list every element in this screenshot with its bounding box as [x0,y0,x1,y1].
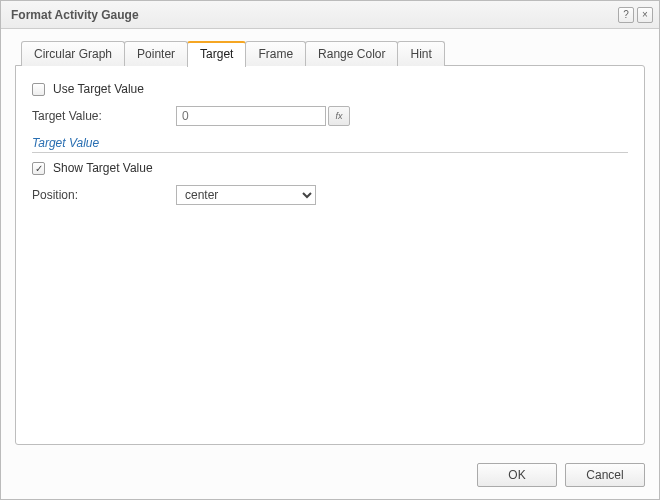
button-bar: OK Cancel [1,455,659,499]
tab-circular-graph[interactable]: Circular Graph [21,41,125,66]
tab-range-color[interactable]: Range Color [305,41,398,66]
tab-strip: Circular Graph Pointer Target Frame Rang… [15,41,645,66]
help-button[interactable]: ? [618,7,634,23]
close-button[interactable]: × [637,7,653,23]
ok-button[interactable]: OK [477,463,557,487]
target-value-input[interactable] [176,106,326,126]
show-target-row: ✓ Show Target Value [32,161,628,175]
panel-target: Use Target Value Target Value: fx Target… [15,65,645,445]
position-row: Position: center [32,185,628,205]
dialog: Format Activity Gauge ? × Circular Graph… [0,0,660,500]
dialog-title: Format Activity Gauge [11,8,615,22]
tab-target[interactable]: Target [187,41,246,67]
section-target-value: Target Value [32,136,628,153]
position-dropdown[interactable]: center [176,185,316,205]
target-value-row: Target Value: fx [32,106,628,126]
target-value-inputset: fx [176,106,350,126]
tab-pointer[interactable]: Pointer [124,41,188,66]
tab-hint[interactable]: Hint [397,41,444,66]
titlebar: Format Activity Gauge ? × [1,1,659,29]
use-target-label: Use Target Value [53,82,144,96]
cancel-button[interactable]: Cancel [565,463,645,487]
use-target-row: Use Target Value [32,82,628,96]
show-target-checkbox[interactable]: ✓ [32,162,45,175]
use-target-checkbox[interactable] [32,83,45,96]
show-target-label: Show Target Value [53,161,153,175]
content: Circular Graph Pointer Target Frame Rang… [1,29,659,455]
target-value-label: Target Value: [32,109,176,123]
position-label: Position: [32,188,176,202]
fx-button[interactable]: fx [328,106,350,126]
tab-frame[interactable]: Frame [245,41,306,66]
